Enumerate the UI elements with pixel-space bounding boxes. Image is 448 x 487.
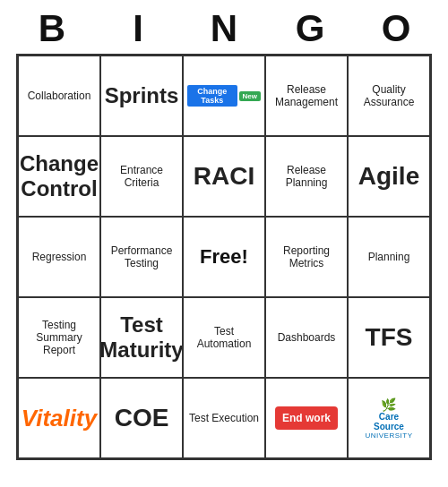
new-badge: New [239, 91, 261, 101]
change-tasks-button[interactable]: Change Tasks [187, 85, 237, 107]
bingo-title: B I N G O [9, 0, 439, 54]
cell-r1c0: Change Control [18, 136, 100, 217]
cell-r4c3-endwork[interactable]: End work [265, 378, 348, 458]
caresource-logo: 🌿 CareSource UNIVERSITY [365, 397, 412, 440]
cell-r2c1: Performance Testing [100, 217, 183, 297]
cell-r1c4: Agile [348, 136, 430, 217]
cell-r4c1: COE [100, 378, 183, 458]
letter-g: G [271, 7, 349, 50]
caresource-name: CareSource [374, 412, 404, 431]
cell-r1c2: RACI [183, 136, 265, 217]
cell-r4c4-caresource: 🌿 CareSource UNIVERSITY [348, 378, 430, 458]
caresource-university: UNIVERSITY [365, 431, 412, 440]
cell-r0c1: Sprints [100, 56, 183, 136]
cell-r3c4: TFS [348, 297, 430, 378]
end-work-button[interactable]: End work [275, 406, 338, 430]
cell-r3c1: Test Maturity [100, 297, 183, 378]
cell-r3c2: Test Automation [183, 297, 265, 378]
caresource-leaf-icon: 🌿 [381, 397, 396, 412]
letter-i: I [99, 7, 177, 50]
cell-r0c2: Change Tasks New [183, 56, 265, 136]
cell-r3c3: Dashboards [265, 297, 348, 378]
cell-r0c3: Release Management [265, 56, 348, 136]
cell-r2c2-free: Free! [183, 217, 265, 297]
cell-r2c4: Planning [348, 217, 430, 297]
letter-o: O [357, 7, 435, 50]
bingo-grid: Collaboration Sprints Change Tasks New R… [16, 54, 432, 460]
cell-r3c0: Testing Summary Report [18, 297, 100, 378]
letter-n: N [185, 7, 263, 50]
cell-r1c3: Release Planning [265, 136, 348, 217]
cell-r1c1: Entrance Criteria [100, 136, 183, 217]
cell-r4c2: Test Execution [183, 378, 265, 458]
cell-r2c3: Reporting Metrics [265, 217, 348, 297]
vitality-logo: Vitality [22, 405, 97, 432]
cell-r2c0: Regression [18, 217, 100, 297]
letter-b: B [13, 7, 91, 50]
cell-r4c0-vitality: Vitality [18, 378, 100, 458]
cell-r0c4: Quality Assurance [348, 56, 430, 136]
cell-r0c0: Collaboration [18, 56, 100, 136]
